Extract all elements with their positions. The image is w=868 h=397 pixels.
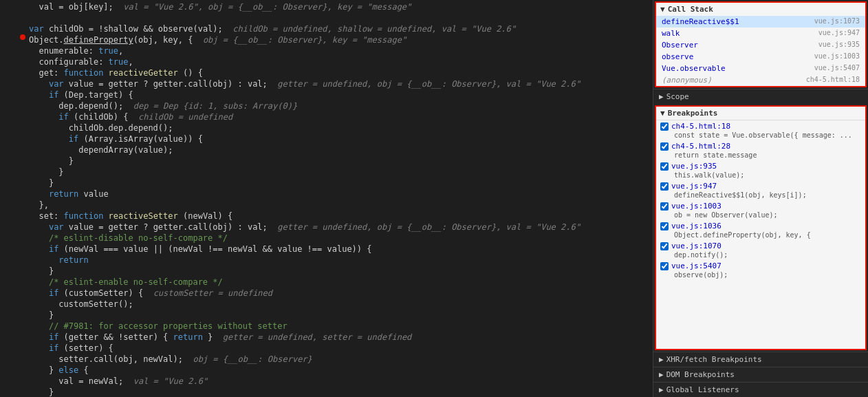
breakpoint-file: vue.js:5407	[671, 261, 721, 270]
code-text: },	[26, 200, 650, 211]
code-content[interactable]: val = obj[key]; val = "Vue 2.6", obj = {…	[0, 0, 653, 397]
breakpoint-checkbox[interactable]	[660, 162, 669, 171]
call-stack-item[interactable]: defineReactive$$1 vue.js:1073	[656, 16, 865, 28]
code-line: set: function reactiveSetter (newVal) {	[0, 211, 653, 222]
code-text: Object.defineProperty(obj, key, { obj = …	[26, 34, 650, 45]
code-text: if (Array.isArray(value)) {	[26, 133, 650, 144]
breakpoint-item-header: vue.js:5407	[660, 261, 860, 270]
breakpoint-item-header: ch4-5.html:18	[660, 122, 860, 131]
call-stack-fn-name: observe	[662, 52, 693, 61]
code-line: /* eslint-enable no-self-compare */	[0, 277, 653, 288]
breakpoints-title: Breakpoints	[668, 109, 718, 118]
code-line	[0, 12, 653, 23]
code-text: /* eslint-disable no-self-compare */	[26, 233, 650, 244]
code-text: }	[26, 167, 650, 178]
breakpoint-checkbox[interactable]	[660, 122, 669, 131]
code-line: val = newVal; val = "Vue 2.6"	[0, 376, 653, 387]
code-text: setter.call(obj, newVal); obj = {__ob__:…	[26, 354, 650, 365]
breakpoint-item[interactable]: ch4-5.html:18 const state = Vue.observab…	[656, 120, 865, 140]
chevron-right-icon: ▶	[659, 370, 664, 379]
code-line: }	[0, 266, 653, 277]
breakpoint-checkbox[interactable]	[660, 242, 669, 250]
code-line: // #7981: for accessor properties withou…	[0, 321, 653, 332]
call-stack-title: Call Stack	[668, 5, 713, 14]
breakpoint-checkbox[interactable]	[660, 142, 669, 151]
breakpoint-item[interactable]: vue.js:1070 dep.notify();	[656, 240, 865, 260]
code-line: if (Dep.target) {	[0, 89, 653, 100]
code-line: if (Array.isArray(value)) {	[0, 133, 653, 144]
breakpoint-item[interactable]: vue.js:5407 observe(obj);	[656, 260, 865, 280]
code-line: var value = getter ? getter.call(obj) : …	[0, 78, 653, 89]
call-stack-item[interactable]: (anonymous) ch4-5.html:18	[656, 74, 865, 86]
call-stack-file-ref: vue.js:1073	[814, 17, 860, 26]
breakpoint-area	[19, 34, 26, 40]
call-stack-fn-name: (anonymous)	[662, 76, 712, 85]
code-text: if (childOb) { childOb = undefined	[26, 111, 650, 122]
code-line: var childOb = !shallow && observe(val); …	[0, 23, 653, 34]
code-line: val = obj[key]; val = "Vue 2.6", obj = {…	[0, 1, 653, 12]
global-listeners-header[interactable]: ▶ Global Listeners	[653, 382, 868, 397]
code-text: }	[26, 266, 650, 277]
breakpoint-item-header: ch4-5.html:28	[660, 142, 860, 151]
breakpoint-checkbox[interactable]	[660, 182, 669, 191]
breakpoint-checkbox[interactable]	[660, 222, 669, 230]
call-stack-fn-name: Observer	[662, 41, 698, 50]
global-listeners-title: Global Listeners	[666, 385, 739, 394]
breakpoint-item[interactable]: vue.js:947 defineReactive$$1(obj, keys[i…	[656, 180, 865, 200]
breakpoint-file: vue.js:1036	[671, 222, 721, 230]
code-text: }	[26, 387, 650, 397]
global-listeners-section: ▶ Global Listeners	[653, 382, 868, 397]
breakpoint-item[interactable]: vue.js:1036 Object.defineProperty(obj, k…	[656, 220, 865, 240]
breakpoints-header[interactable]: ▼ Breakpoints	[656, 107, 865, 120]
call-stack-item[interactable]: Vue.observable vue.js:5407	[656, 63, 865, 74]
scope-header[interactable]: ▶ Scope	[653, 89, 868, 104]
code-text: return value	[26, 189, 650, 200]
breakpoint-code: defineReactive$$1(obj, keys[i]);	[660, 191, 860, 199]
call-stack-item[interactable]: Observer vue.js:935	[656, 39, 865, 51]
code-text: // #7981: for accessor properties withou…	[26, 321, 650, 332]
code-line: }	[0, 167, 653, 178]
chevron-right-icon: ▶	[659, 385, 664, 394]
dom-breakpoints-header[interactable]: ▶ DOM Breakpoints	[653, 367, 868, 382]
call-stack-fn-name: defineReactive$$1	[662, 17, 739, 26]
call-stack-items: defineReactive$$1 vue.js:1073 walk vue.j…	[656, 16, 865, 86]
code-text: if (Dep.target) {	[26, 89, 650, 100]
code-text: /* eslint-enable no-self-compare */	[26, 277, 650, 288]
call-stack-item[interactable]: observe vue.js:1003	[656, 51, 865, 63]
breakpoint-file: vue.js:1070	[671, 242, 721, 250]
code-text: return	[26, 255, 650, 266]
code-text: } else {	[26, 365, 650, 376]
code-text: val = obj[key]; val = "Vue 2.6", obj = {…	[26, 1, 650, 12]
code-line: }	[0, 178, 653, 189]
breakpoint-checkbox[interactable]	[660, 202, 669, 211]
code-line: if (setter) {	[0, 343, 653, 354]
chevron-down-icon: ▼	[660, 5, 665, 14]
xhr-fetch-header[interactable]: ▶ XHR/fetch Breakpoints	[653, 352, 868, 367]
call-stack-item[interactable]: walk vue.js:947	[656, 28, 865, 39]
code-line: customSetter();	[0, 299, 653, 310]
call-stack-header[interactable]: ▼ Call Stack	[656, 3, 865, 16]
code-text: set: function reactiveSetter (newVal) {	[26, 211, 650, 222]
code-line: dependArray(value);	[0, 144, 653, 155]
code-text: var value = getter ? getter.call(obj) : …	[26, 222, 650, 233]
breakpoint-item[interactable]: vue.js:1003 ob = new Observer(value);	[656, 200, 865, 220]
breakpoint-item[interactable]: ch4-5.html:28 return state.message	[656, 140, 865, 160]
code-line: if (childOb) { childOb = undefined	[0, 111, 653, 122]
breakpoint-item[interactable]: vue.js:935 this.walk(value);	[656, 160, 865, 180]
code-line: return value	[0, 189, 653, 200]
breakpoint-file: vue.js:935	[671, 162, 717, 171]
call-stack-file-ref: vue.js:1003	[814, 52, 860, 61]
right-panel: ▼ Call Stack defineReactive$$1 vue.js:10…	[653, 0, 868, 397]
code-line: childOb.dep.depend();	[0, 122, 653, 133]
breakpoint-checkbox[interactable]	[660, 262, 669, 270]
breakpoint-item-header: vue.js:1070	[660, 242, 860, 250]
xhr-fetch-section: ▶ XHR/fetch Breakpoints	[653, 352, 868, 367]
call-stack-fn-name: Vue.observable	[662, 64, 726, 73]
breakpoint-item-header: vue.js:947	[660, 182, 860, 191]
code-text: if (setter) {	[26, 343, 650, 354]
code-line: }	[0, 387, 653, 397]
scope-section: ▶ Scope	[653, 89, 868, 104]
breakpoint-code: const state = Vue.observable({ message: …	[660, 131, 860, 139]
code-line: var value = getter ? getter.call(obj) : …	[0, 222, 653, 233]
dom-breakpoints-title: DOM Breakpoints	[666, 370, 735, 379]
